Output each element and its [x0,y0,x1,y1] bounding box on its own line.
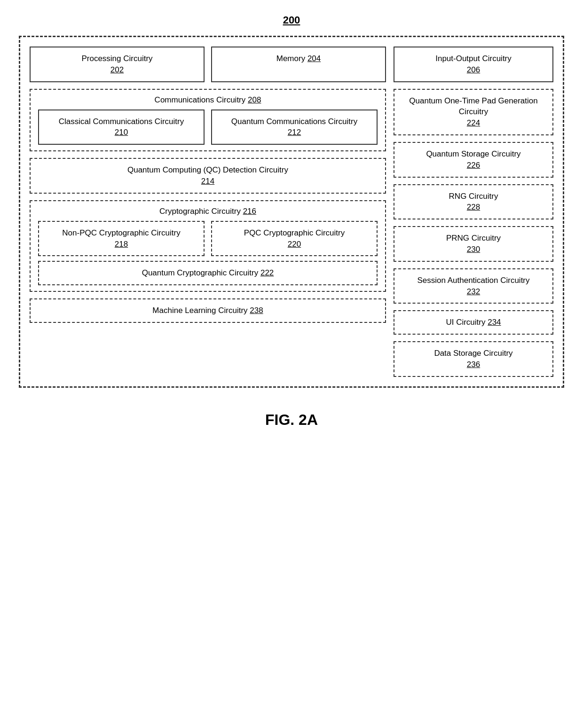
quantum-comm-box: Quantum Communications Circuitry 212 [211,110,378,145]
quantum-comm-label: Quantum Communications Circuitry [231,117,357,126]
io-circuitry-label: Input-Output Circuitry [435,54,512,63]
quantum-storage-num: 226 [467,161,480,170]
outer-container: Processing Circuitry 202 Memory 204 Comm… [19,36,564,388]
cryptographic-circuitry-box: Cryptographic Circuitry 216 Non-PQC Cryp… [30,200,386,292]
processing-circuitry-label: Processing Circuitry [81,54,152,63]
classical-comm-box: Classical Communications Circuitry 210 [38,110,205,145]
quantum-crypto-num: 222 [260,268,274,277]
data-storage-num: 236 [467,360,480,369]
classical-comm-num: 210 [115,128,128,137]
non-pqc-num: 218 [115,240,128,249]
processing-circuitry-num: 202 [110,65,124,74]
rng-box: RNG Circuitry 228 [394,184,553,220]
session-auth-num: 232 [467,287,480,296]
rng-num: 228 [467,203,480,211]
ui-circuitry-box: UI Circuitry 234 [394,310,553,335]
ui-circuitry-num: 234 [488,318,501,327]
machine-learning-label: Machine Learning Circuitry [152,306,247,315]
left-column: Processing Circuitry 202 Memory 204 Comm… [30,47,386,377]
pqc-label: PQC Cryptographic Circuitry [244,228,345,237]
quantum-storage-box: Quantum Storage Circuitry 226 [394,142,553,178]
fig-label: FIG. 2A [265,411,318,429]
quantum-comm-num: 212 [288,128,301,137]
prng-num: 230 [467,245,480,254]
right-column: Input-Output Circuitry 206 Quantum One-T… [394,47,553,377]
prng-label: PRNG Circuitry [446,234,501,243]
session-auth-label: Session Authentication Circuitry [417,276,529,285]
processing-circuitry-box: Processing Circuitry 202 [30,47,205,82]
io-circuitry-box: Input-Output Circuitry 206 [394,47,553,82]
data-storage-box: Data Storage Circuitry 236 [394,341,553,377]
quantum-crypto-label: Quantum Cryptographic Circuitry [142,268,259,277]
communications-title: Communications Circuitry 208 [38,95,378,105]
memory-box: Memory 204 [211,47,386,82]
machine-learning-num: 238 [250,306,263,315]
pqc-box: PQC Cryptographic Circuitry 220 [211,221,378,257]
memory-num: 204 [307,54,321,63]
ui-circuitry-label: UI Circuitry [446,318,485,327]
quantum-storage-label: Quantum Storage Circuitry [426,149,520,158]
machine-learning-box: Machine Learning Circuitry 238 [30,298,386,323]
qc-detection-num: 214 [201,177,214,186]
pqc-num: 220 [288,240,301,249]
communications-inner-row: Classical Communications Circuitry 210 Q… [38,110,378,145]
session-auth-box: Session Authentication Circuitry 232 [394,268,553,304]
non-pqc-box: Non-PQC Cryptographic Circuitry 218 [38,221,205,257]
prng-box: PRNG Circuitry 230 [394,226,553,262]
communications-circuitry-box: Communications Circuitry 208 Classical C… [30,89,386,152]
data-storage-label: Data Storage Circuitry [434,349,512,358]
crypto-inner-row: Non-PQC Cryptographic Circuitry 218 PQC … [38,221,378,257]
non-pqc-label: Non-PQC Cryptographic Circuitry [62,228,180,237]
top-row: Processing Circuitry 202 Memory 204 [30,47,386,82]
diagram-number: 200 [283,14,300,26]
quantum-otp-label: Quantum One-Time Pad Generation Circuitr… [409,96,537,117]
quantum-crypto-row: Quantum Cryptographic Circuitry 222 [38,261,378,285]
rng-label: RNG Circuitry [449,192,498,201]
classical-comm-label: Classical Communications Circuitry [59,117,184,126]
qc-detection-box: Quantum Computing (QC) Detection Circuit… [30,158,386,194]
memory-label: Memory [276,54,305,63]
quantum-crypto-box: Quantum Cryptographic Circuitry 222 [38,261,378,285]
io-circuitry-num: 206 [467,65,480,74]
crypto-title: Cryptographic Circuitry 216 [38,207,378,216]
quantum-otp-num: 224 [467,118,480,127]
quantum-otp-box: Quantum One-Time Pad Generation Circuitr… [394,89,553,135]
qc-detection-label: Quantum Computing (QC) Detection Circuit… [127,165,288,174]
